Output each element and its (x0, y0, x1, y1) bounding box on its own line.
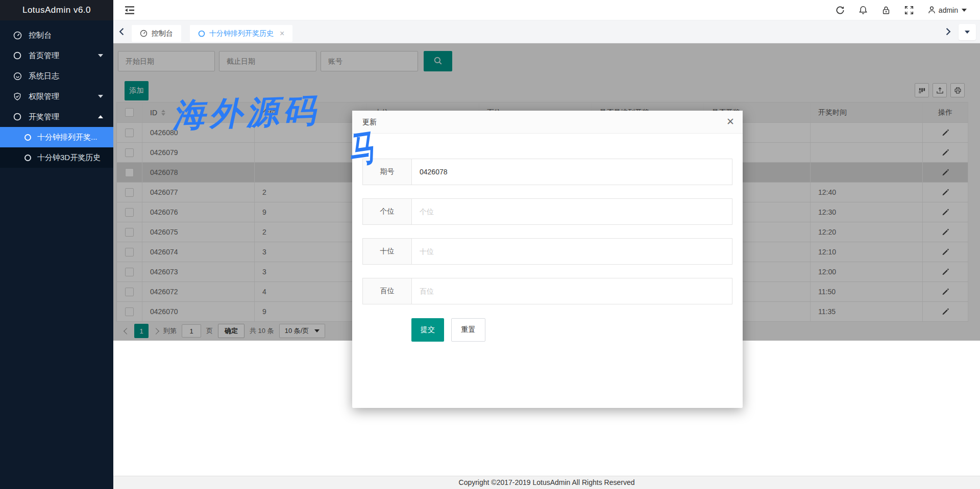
baiwei-input[interactable] (411, 278, 732, 304)
sidebar-submenu: 十分钟排列开奖... 十分钟3D开奖历史 (0, 127, 113, 168)
user-icon (927, 6, 937, 15)
log-icon (13, 71, 22, 81)
sidebar-item-home-mgmt[interactable]: 首页管理 (0, 45, 113, 66)
sidebar-subitem-label: 十分钟排列开奖... (37, 133, 97, 142)
user-menu[interactable]: admin (927, 6, 967, 15)
footer: Copyright ©2017-2019 LotusAdmin All Righ… (113, 476, 980, 489)
modal-title: 更新 (352, 111, 743, 134)
update-modal: 更新 ✕ 期号 个位 十位 百位 提交 重置 (352, 111, 743, 408)
issue-input[interactable] (411, 159, 732, 185)
close-icon[interactable]: ✕ (726, 117, 734, 126)
chevron-down-icon (98, 95, 103, 98)
sidebar: LotusAdmin v6.0 控制台 首页管理 系统日志 (0, 0, 113, 489)
sidebar-menu: 控制台 首页管理 系统日志 权限管理 (0, 20, 113, 168)
sidebar-item-label: 首页管理 (29, 51, 59, 61)
topbar: admin (113, 0, 980, 20)
user-label: admin (939, 6, 958, 14)
dashboard-icon (140, 30, 148, 37)
form-row-gewei: 个位 (362, 198, 732, 225)
topbar-actions: admin (836, 0, 967, 20)
caret-down-icon (962, 9, 967, 12)
modal-actions: 提交 重置 (411, 318, 485, 342)
sidebar-item-label: 权限管理 (29, 92, 59, 101)
shield-check-icon (13, 92, 22, 101)
sidebar-subitem-3d-history[interactable]: 十分钟3D开奖历史 (0, 147, 113, 168)
sidebar-item-label: 系统日志 (29, 71, 59, 81)
baiwei-label: 百位 (362, 278, 411, 304)
sidebar-subitem-label: 十分钟3D开奖历史 (37, 153, 101, 163)
shiwei-label: 十位 (362, 238, 411, 265)
fullscreen-icon[interactable] (904, 6, 914, 15)
copyright-text: Copyright ©2017-2019 LotusAdmin All Righ… (459, 478, 635, 486)
chevron-up-icon (98, 115, 103, 118)
dashboard-icon (13, 31, 22, 40)
refresh-icon[interactable] (836, 6, 845, 15)
issue-label: 期号 (362, 159, 411, 185)
sidebar-subitem-pailie-history[interactable]: 十分钟排列开奖... (0, 127, 113, 147)
sidebar-item-system-log[interactable]: 系统日志 (0, 66, 113, 86)
tab-scroll-right-icon[interactable] (945, 28, 952, 36)
tab-options-icon[interactable] (959, 24, 976, 40)
app-logo: LotusAdmin v6.0 (0, 0, 113, 20)
chevron-down-icon (98, 54, 103, 57)
tab-console[interactable]: 控制台 (132, 25, 181, 42)
form-row-issue: 期号 (362, 159, 732, 185)
form-row-shiwei: 十位 (362, 238, 732, 265)
circle-icon (24, 155, 31, 161)
tab-label: 十分钟排列开奖历史 (209, 29, 274, 38)
reset-button[interactable]: 重置 (451, 318, 485, 342)
shiwei-input[interactable] (411, 238, 732, 265)
tab-scroll-left-icon[interactable] (118, 28, 126, 36)
circle-icon (13, 112, 22, 121)
gewei-input[interactable] (411, 198, 732, 225)
gewei-label: 个位 (362, 198, 411, 225)
tab-pailie-history[interactable]: 十分钟排列开奖历史 × (190, 25, 292, 42)
submit-button[interactable]: 提交 (411, 318, 444, 342)
circle-icon (198, 30, 205, 37)
circle-icon (24, 134, 31, 141)
tab-close-icon[interactable]: × (280, 30, 284, 38)
circle-icon (13, 51, 22, 60)
sidebar-item-console[interactable]: 控制台 (0, 25, 113, 45)
sidebar-item-lottery-mgmt[interactable]: 开奖管理 (0, 107, 113, 127)
lock-icon[interactable] (881, 6, 891, 15)
page: LotusAdmin v6.0 控制台 首页管理 系统日志 (0, 0, 980, 489)
sidebar-item-label: 开奖管理 (29, 112, 59, 122)
tab-label: 控制台 (152, 29, 173, 38)
bell-icon[interactable] (859, 6, 868, 15)
sidebar-collapse-icon[interactable] (124, 5, 136, 16)
tabbar: 控制台 十分钟排列开奖历史 × (113, 20, 980, 43)
form-row-baiwei: 百位 (362, 278, 732, 304)
sidebar-item-permissions[interactable]: 权限管理 (0, 86, 113, 107)
sidebar-item-label: 控制台 (29, 31, 52, 40)
